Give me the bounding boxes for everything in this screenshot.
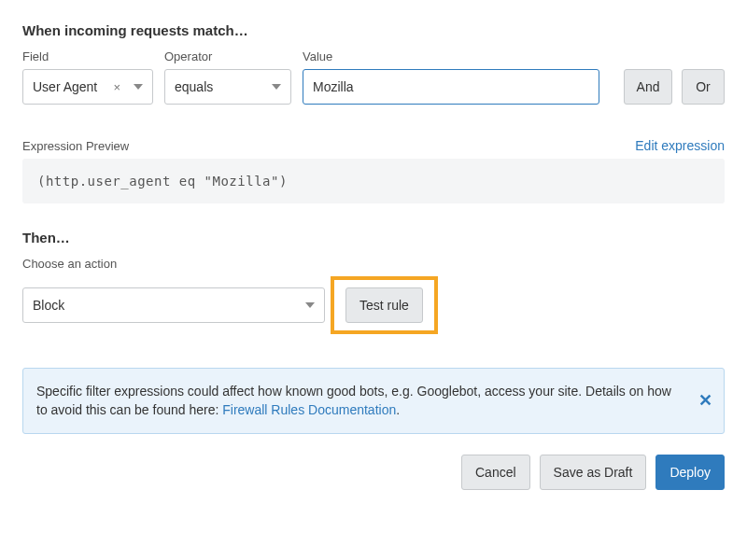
operator-select-value: equals: [175, 79, 213, 94]
chevron-down-icon: [272, 84, 281, 90]
operator-label: Operator: [164, 49, 291, 63]
footer-actions: Cancel Save as Draft Deploy: [22, 455, 725, 490]
action-select-value: Block: [33, 298, 64, 313]
field-select[interactable]: User Agent ×: [22, 69, 153, 105]
save-draft-button[interactable]: Save as Draft: [540, 455, 647, 490]
and-button[interactable]: And: [624, 69, 672, 105]
field-label: Field: [22, 49, 153, 63]
or-button[interactable]: Or: [682, 69, 725, 105]
condition-row: Field User Agent × Operator equals Value: [22, 49, 725, 105]
expression-preview-label: Expression Preview: [22, 139, 129, 153]
alert-period: .: [396, 402, 400, 417]
chevron-down-icon: [134, 84, 143, 90]
value-input[interactable]: [313, 79, 589, 94]
info-alert: Specific filter expressions could affect…: [22, 368, 725, 434]
match-section-title: When incoming requests match…: [22, 22, 725, 38]
expression-preview-code: (http.user_agent eq "Mozilla"): [22, 159, 725, 203]
close-icon[interactable]: ✕: [698, 388, 712, 413]
action-select[interactable]: Block: [22, 287, 325, 323]
then-section-title: Then…: [22, 230, 725, 245]
chevron-down-icon: [305, 302, 315, 308]
cancel-button[interactable]: Cancel: [461, 455, 530, 490]
test-rule-button[interactable]: Test rule: [345, 287, 423, 323]
test-rule-highlight: Test rule: [331, 276, 438, 334]
edit-expression-link[interactable]: Edit expression: [635, 138, 725, 153]
deploy-button[interactable]: Deploy: [655, 455, 725, 490]
value-label: Value: [303, 49, 599, 63]
value-input-wrapper[interactable]: [303, 69, 599, 105]
field-clear-icon[interactable]: ×: [113, 80, 120, 94]
operator-select[interactable]: equals: [164, 69, 291, 105]
firewall-docs-link[interactable]: Firewall Rules Documentation: [222, 402, 396, 417]
field-select-value: User Agent: [33, 79, 97, 94]
choose-action-label: Choose an action: [22, 257, 725, 271]
